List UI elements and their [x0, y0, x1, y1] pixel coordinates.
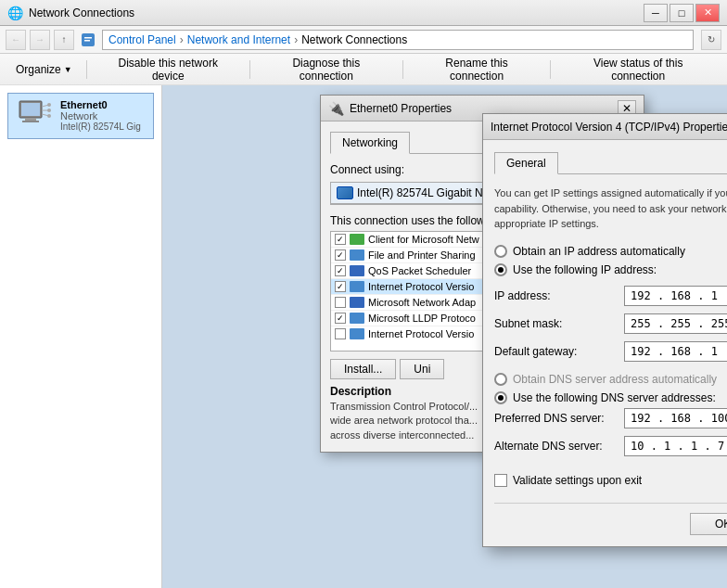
uninstall-button[interactable]: Uni: [400, 359, 444, 379]
comp-icon-0: [350, 234, 364, 245]
title-bar: 🌐 Network Connections ─ □ ✕: [0, 0, 727, 26]
refresh-button[interactable]: ↻: [701, 30, 721, 50]
main-content: Ethernet0 Network Intel(R) 82574L Gig 🔌 …: [0, 85, 727, 588]
organize-dropdown-icon: ▼: [64, 65, 72, 74]
validate-label: Validate settings upon exit: [513, 474, 642, 487]
comp-checkbox-2[interactable]: ✓: [335, 265, 346, 276]
ip-address-input[interactable]: 192 . 168 . 1 . 90: [624, 286, 727, 306]
path-control-panel[interactable]: Control Panel: [108, 33, 176, 46]
minimize-button[interactable]: ─: [644, 4, 668, 22]
alternate-dns-label: Alternate DNS server:: [494, 440, 624, 453]
comp-icon-6: [350, 328, 364, 339]
network-adapter-icon: [16, 99, 53, 133]
nic-icon: [337, 186, 353, 199]
ip-section: IP address: 192 . 168 . 1 . 90 Subnet ma…: [494, 286, 727, 362]
tcp-tab-bar: General: [494, 151, 727, 174]
auto-ip-label: Obtain an IP address automatically: [513, 245, 685, 258]
organize-button[interactable]: Organize ▼: [7, 58, 81, 82]
svg-point-8: [47, 103, 51, 107]
manual-dns-label: Use the following DNS server addresses:: [513, 391, 716, 404]
address-bar-icon: [80, 32, 96, 48]
tcp-button-row: OK Cancel: [494, 503, 727, 535]
subnet-mask-input[interactable]: 255 . 255 . 255 . 0: [624, 313, 727, 334]
tab-networking[interactable]: Networking: [330, 132, 410, 154]
default-gateway-row: Default gateway: 192 . 168 . 1 . 1: [494, 341, 727, 362]
toolbar-separator-2: [249, 60, 250, 79]
path-network-connections: Network Connections: [301, 33, 407, 46]
manual-ip-option[interactable]: Use the following IP address:: [494, 263, 727, 276]
eth-dialog-icon: 🔌: [328, 101, 344, 116]
comp-label-0: Client for Microsoft Netw: [368, 234, 479, 245]
svg-rect-5: [25, 118, 36, 121]
tcp-ipv4-dialog: Internet Protocol Version 4 (TCP/IPv4) P…: [482, 113, 727, 547]
comp-label-1: File and Printer Sharing: [368, 249, 476, 261]
install-button[interactable]: Install...: [330, 359, 396, 379]
comp-icon-4: [350, 297, 364, 308]
comp-checkbox-6[interactable]: [335, 328, 346, 339]
svg-rect-2: [84, 40, 90, 42]
ok-button[interactable]: OK: [690, 513, 727, 535]
comp-icon-5: [350, 313, 364, 324]
connection-desc: Intel(R) 82574L Gig: [60, 121, 141, 132]
title-icon: 🌐: [7, 6, 23, 20]
toolbar-separator: [86, 60, 87, 79]
maximize-button[interactable]: □: [670, 4, 694, 22]
comp-label-2: QoS Packet Scheduler: [368, 265, 471, 276]
diagnose-button[interactable]: Diagnose this connection: [256, 58, 397, 82]
up-button[interactable]: ↑: [54, 30, 74, 50]
disable-label: Disable this network device: [101, 57, 236, 83]
comp-checkbox-0[interactable]: ✓: [335, 234, 346, 245]
auto-ip-radio[interactable]: [494, 245, 507, 258]
connection-panel: Ethernet0 Network Intel(R) 82574L Gig: [0, 85, 162, 588]
view-status-button[interactable]: View status of this connection: [556, 58, 720, 82]
auto-dns-radio[interactable]: [494, 373, 507, 386]
validate-checkbox[interactable]: [494, 474, 507, 487]
comp-icon-1: [350, 249, 364, 261]
connection-text: Ethernet0 Network Intel(R) 82574L Gig: [60, 99, 141, 132]
path-network-internet[interactable]: Network and Internet: [187, 33, 290, 46]
manual-dns-option[interactable]: Use the following DNS server addresses:: [494, 391, 727, 404]
disable-device-button[interactable]: Disable this network device: [93, 58, 244, 82]
comp-label-5: Microsoft LLDP Protoco: [368, 313, 476, 324]
tcp-dialog-body: General You can get IP settings assigned…: [483, 140, 727, 546]
toolbar: Organize ▼ Disable this network device D…: [0, 54, 727, 85]
comp-label-3: Internet Protocol Versio: [368, 281, 474, 292]
default-gateway-input[interactable]: 192 . 168 . 1 . 1: [624, 341, 727, 362]
diagnose-label: Diagnose this connection: [264, 57, 389, 83]
comp-checkbox-5[interactable]: ✓: [335, 313, 346, 324]
validate-row: Validate settings upon exit Advanced...: [494, 469, 727, 492]
toolbar-separator-3: [402, 60, 403, 79]
default-gateway-label: Default gateway:: [494, 345, 624, 358]
preferred-dns-input[interactable]: 192 . 168 . 100 . 11: [624, 408, 727, 428]
comp-checkbox-3[interactable]: ✓: [335, 281, 346, 292]
comp-icon-3: [350, 281, 364, 292]
preferred-dns-row: Preferred DNS server: 192 . 168 . 100 . …: [494, 408, 727, 428]
svg-rect-1: [84, 37, 92, 39]
close-button[interactable]: ✕: [695, 4, 720, 22]
back-button[interactable]: ←: [6, 30, 26, 50]
connection-name: Ethernet0: [60, 99, 141, 110]
tab-general[interactable]: General: [494, 152, 558, 174]
forward-button[interactable]: →: [30, 30, 50, 50]
toolbar-separator-4: [550, 60, 551, 79]
svg-point-10: [47, 109, 51, 112]
comp-label-4: Microsoft Network Adap: [368, 297, 476, 308]
comp-icon-2: [350, 265, 364, 276]
auto-dns-option[interactable]: Obtain DNS server address automatically: [494, 373, 727, 386]
window-title: Network Connections: [29, 6, 638, 19]
comp-checkbox-4[interactable]: [335, 297, 346, 308]
comp-checkbox-1[interactable]: ✓: [335, 249, 346, 261]
dns-section: Preferred DNS server: 192 . 168 . 100 . …: [494, 408, 727, 456]
svg-rect-6: [22, 121, 39, 122]
rename-button[interactable]: Rename this connection: [409, 58, 545, 82]
manual-ip-radio[interactable]: [494, 263, 507, 276]
auto-dns-label: Obtain DNS server address automatically: [513, 373, 717, 386]
alternate-dns-input[interactable]: 10 . 1 . 1 . 7: [624, 436, 727, 456]
rename-label: Rename this connection: [417, 57, 537, 83]
ethernet-connection-item[interactable]: Ethernet0 Network Intel(R) 82574L Gig: [7, 93, 154, 139]
auto-ip-option[interactable]: Obtain an IP address automatically: [494, 245, 727, 258]
manual-dns-radio[interactable]: [494, 391, 507, 404]
subnet-mask-row: Subnet mask: 255 . 255 . 255 . 0: [494, 313, 727, 334]
subnet-mask-label: Subnet mask:: [494, 317, 624, 330]
view-status-label: View status of this connection: [565, 57, 711, 83]
